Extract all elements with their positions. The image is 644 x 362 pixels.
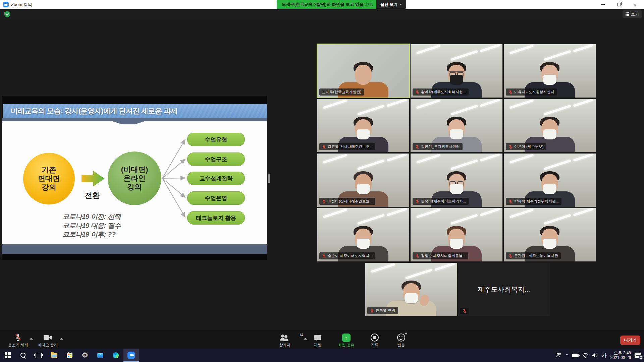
people-tray-icon[interactable] (555, 353, 561, 358)
muted-mic-icon (322, 254, 326, 258)
participant-name-tag: 홍순아 제주이어도지역자... (319, 252, 375, 259)
zoom-app-icon (127, 352, 135, 359)
participant-tile[interactable]: 배정미(천사나래주간보호... (317, 154, 409, 207)
record-button[interactable]: 기록 (366, 334, 383, 348)
share-screen-icon: ↑ (342, 334, 351, 342)
participant-name: 이유나 - 도자원봉사센터 (514, 89, 554, 95)
participant-tile[interactable]: 제주도사회복지... (458, 263, 550, 316)
unmute-button[interactable]: 음소거 해제 (5, 334, 32, 348)
muted-mic-icon (415, 90, 419, 94)
participant-name-tag: 이유나 - 도자원봉사센터 (506, 88, 557, 96)
participant-name: 홍순아 제주이어도지역자... (328, 253, 372, 258)
meeting-topbar: 보기 (0, 9, 644, 20)
participant-tile[interactable]: 문갑진 - 제주도농아복지관 (504, 208, 596, 261)
participant-name: 문숙미(제주이어도지역자... (421, 199, 466, 204)
system-tray: ⌃ 가 오후 2:48 2021-03-26 2 (555, 349, 644, 362)
participant-name-tag (460, 308, 469, 314)
slide-footer-bar (2, 244, 267, 254)
edge-button[interactable] (108, 349, 123, 362)
ime-indicator[interactable]: 가 (602, 352, 607, 359)
participant-name: 배정미(천사나래주간보호... (328, 199, 373, 204)
zoom-meeting-window: Zoom 회의 × 도재우(한국교육개발원)의 화면을 보고 있습니다. 옵션 … (0, 0, 644, 362)
participants-label: 참가자 (279, 343, 291, 348)
existing-face-to-face-circle: 기존 면대면 강의 (23, 153, 75, 204)
mail-button[interactable] (93, 349, 108, 362)
gallery-view-button[interactable]: 보기 (623, 10, 642, 18)
participant-tile[interactable]: 황이삭(제주도사회복지협... (411, 44, 502, 98)
chat-button[interactable]: 채팅 (309, 334, 326, 348)
zoom-taskbar-button[interactable] (123, 349, 139, 362)
muted-mic-icon (322, 199, 326, 203)
hidden-icons-chevron[interactable]: ⌃ (565, 353, 568, 358)
battery-icon[interactable] (572, 354, 579, 357)
participant-name: 김형순 제주시다함께돌봄... (421, 253, 466, 258)
viewing-screen-banner: 도재우(한국교육개발원)의 화면을 보고 있습니다. (277, 0, 378, 9)
meeting-toolbar: 음소거 해제 비디오 중지 14 참가자 (0, 330, 644, 349)
topic-pill: 교수설계전략 (187, 172, 245, 185)
topic-pill: 수업운영 (187, 191, 245, 205)
notification-center-icon[interactable]: 2 (635, 353, 641, 358)
participant-name: 문갑진 - 제주도농아복지관 (514, 253, 558, 258)
leave-meeting-button[interactable]: 나가기 (620, 336, 640, 345)
share-screen-label: 화면 공유 (338, 343, 354, 348)
participant-tile[interactable]: 이은아 (제주노보) (504, 99, 596, 152)
view-options-button[interactable]: 옵션 보기 (376, 0, 406, 9)
topic-pill: 수업유형 (187, 133, 245, 146)
participant-tile[interactable]: 김효열-천사나래주간보호... (317, 99, 409, 152)
window-title: Zoom 회의 (11, 2, 32, 8)
reactions-button[interactable]: + 반응 (392, 334, 411, 348)
participants-button[interactable]: 14 참가자 (270, 334, 299, 348)
video-options-chevron[interactable] (60, 336, 63, 340)
gear-icon: ⚙ (82, 352, 88, 359)
slide-title: 미래교육의 모습: 강사(운영자)에게 던져진 새로운 과제 (3, 106, 177, 116)
search-button[interactable] (15, 349, 31, 362)
muted-mic-icon (415, 145, 419, 149)
store-icon (67, 353, 72, 358)
store-button[interactable] (62, 349, 77, 362)
participants-options-chevron[interactable] (304, 336, 307, 340)
task-view-icon (36, 353, 42, 358)
participant-name-tag: 이은아 (제주노보) (506, 143, 546, 150)
topic-pill: 수업구조 (187, 153, 245, 166)
minimize-button[interactable] (597, 0, 608, 9)
unmute-label: 음소거 해제 (8, 343, 29, 348)
start-button[interactable] (0, 349, 15, 362)
share-screen-button[interactable]: ↑ 화면 공유 (333, 334, 360, 348)
participant-tile[interactable]: 한복열-또락 (365, 263, 457, 316)
view-options-label: 옵션 보기 (380, 2, 397, 7)
participant-name-tag: 문숙미(제주이어도지역자... (413, 198, 469, 205)
reactions-label: 반응 (397, 343, 405, 348)
volume-icon[interactable] (592, 353, 598, 358)
date: 2021-03-26 (610, 355, 631, 360)
pane-resize-handle[interactable] (268, 174, 270, 183)
maximize-button[interactable] (613, 0, 625, 9)
muted-mic-icon (322, 145, 326, 149)
participants-icon (280, 334, 290, 341)
participant-tile[interactable]: 문숙미(제주이어도지역자... (411, 154, 502, 207)
security-shield-icon[interactable] (4, 11, 10, 17)
settings-button[interactable]: ⚙ (77, 349, 93, 362)
participant-tile[interactable]: 도재우(한국교육개발원) (317, 44, 409, 98)
shared-screen-slide: 미래교육의 모습: 강사(운영자)에게 던져진 새로운 과제 기존 면대면 강의… (2, 96, 267, 260)
taskbar-clock[interactable]: 오후 2:48 2021-03-26 (610, 351, 631, 360)
stop-video-button[interactable]: 비디오 중지 (34, 334, 62, 348)
transition-label: 전환 (79, 190, 105, 200)
participant-tile[interactable]: 김형순 제주시다함께돌봄... (411, 208, 502, 261)
file-explorer-button[interactable] (46, 349, 62, 362)
participant-tile[interactable]: 김민선_도자원봉사센터 (411, 99, 502, 152)
participant-count-badge: 14 (299, 333, 303, 337)
participant-name: 김민선_도자원봉사센터 (421, 144, 460, 149)
audio-options-chevron[interactable] (30, 336, 33, 340)
participant-name-tag: 한복열-또락 (367, 307, 398, 314)
participant-tile[interactable]: 박재혁 제주가정위탁지원... (504, 154, 596, 207)
muted-mic-icon (508, 254, 513, 258)
close-button[interactable]: × (629, 0, 641, 9)
reactions-icon (397, 334, 405, 342)
participant-tile[interactable]: 홍순아 제주이어도지역자... (317, 208, 409, 261)
participant-name-tag: 배정미(천사나래주간보호... (319, 198, 375, 205)
task-view-button[interactable] (31, 349, 46, 362)
participant-tile[interactable]: 이유나 - 도자원봉사센터 (504, 44, 596, 98)
mic-muted-icon (14, 334, 22, 342)
wifi-icon[interactable] (582, 353, 588, 358)
record-label: 기록 (371, 343, 379, 348)
